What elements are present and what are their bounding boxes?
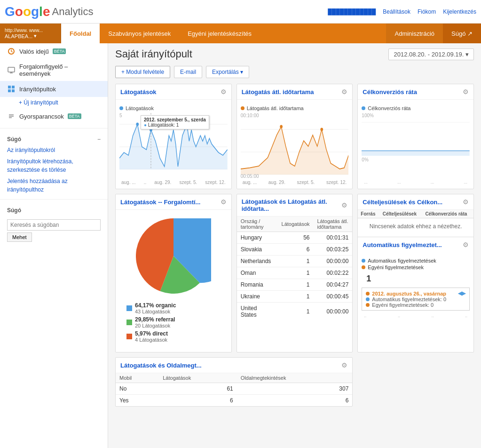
sidebar-help-section: Súgó − <box>0 132 108 144</box>
user-bar: ████████████ <box>328 8 376 15</box>
country-cell: United States <box>237 303 278 321</box>
auto-alerts-nav-icon[interactable]: ◀▶ <box>458 290 465 296</box>
nav-help[interactable]: Súgó ↗ <box>443 24 481 43</box>
logout-link[interactable]: Kijelentkezés <box>443 8 476 15</box>
mobile-table-gear[interactable]: ⚙ <box>341 361 347 369</box>
col-mobile-pageviews: Oldalmegtekintések <box>237 373 353 383</box>
page-header: Saját irányítópult 2012.08.20. - 2012.09… <box>115 48 474 60</box>
pie-legend-referral: 29,85% referral 20 Látogatások <box>126 316 221 328</box>
auto-alerts-gear[interactable]: ⚙ <box>463 241 469 248</box>
referral-label: 29,85% referral <box>135 316 175 323</box>
duration-x-0: aug. ... <box>243 180 257 185</box>
conversion-chart-area: 100% 0% <box>362 113 470 179</box>
duration-cell: 00:00:45 <box>314 291 353 303</box>
sidebar-item-dashboard[interactable]: Irányítópultok <box>0 81 108 97</box>
alert-x-3: .. <box>465 313 467 318</box>
gc-col-rate: Célkonverziós ráta <box>422 210 473 218</box>
goal-completion-gear[interactable]: ⚙ <box>463 198 469 206</box>
quicklinks-badge: BÉTA <box>68 113 81 119</box>
sidebar-help-link-3[interactable]: Jelentés hozzáadása az irányítópulthoz <box>0 176 108 195</box>
conversion-header: Célkonverziós ráta ⚙ <box>358 84 473 100</box>
visit-duration-gear-icon[interactable]: ⚙ <box>341 88 347 96</box>
goal-completion-table: Forrás Célteljesülések Célkonverziós rát… <box>358 210 473 218</box>
sidebar-realtime-label: Valós idejű <box>19 48 49 55</box>
visits-cell: 56 <box>278 232 314 244</box>
mobile-table: Mobil Látogatások Oldalmegtekintések No … <box>116 373 352 406</box>
visits-legend: Látogatások <box>119 104 228 113</box>
tooltip-date: 2012. szeptember 5., szerda <box>144 117 206 122</box>
table-row: Yes 6 6 <box>116 395 352 407</box>
visits-x-4: szept. 12. <box>205 180 225 185</box>
auto-alerts-legend-custom: Egyéni figyelmeztetések <box>362 264 470 270</box>
country-cell: Hungary <box>237 232 278 244</box>
sidebar-help-link-1[interactable]: Az irányítópultokról <box>0 144 108 156</box>
nav-standard-reports[interactable]: Szabványos jelentések <box>100 24 179 43</box>
email-button[interactable]: E-mail <box>174 66 202 78</box>
conversion-legend: Célkonverziós ráta <box>362 104 470 113</box>
add-module-button[interactable]: + Modul felvétele <box>115 66 170 78</box>
direct-sub: 4 Látogatások <box>135 337 168 343</box>
duration-x-3: szept. 12. <box>326 180 347 185</box>
svg-point-17 <box>320 128 323 131</box>
quicklinks-icon <box>7 112 16 120</box>
account-link[interactable]: Fiókom <box>418 8 436 15</box>
visits-x-3: szept. 5. <box>179 180 197 185</box>
visits-chart-area: 5 <box>119 113 228 179</box>
pie-legend-organic: 64,17% organic 43 Látogatások <box>126 302 221 314</box>
sidebar-item-quicklinks[interactable]: Gyorsparancsok BÉTA <box>0 108 108 124</box>
conversion-gear-icon[interactable]: ⚙ <box>463 88 469 96</box>
duration-x-2: szept. 5. <box>297 180 315 185</box>
visits-duration-table-title: Látogatások és Látogatás átl. időtarta..… <box>242 198 342 212</box>
sidebar-item-realtime[interactable]: Valós idejű BÉTA <box>0 43 108 59</box>
search-input[interactable] <box>7 219 101 231</box>
search-button[interactable]: Mehet <box>7 232 32 242</box>
svg-rect-2 <box>8 86 11 88</box>
date-range-picker[interactable]: 2012.08.20. - 2012.09.19. ▾ <box>388 48 474 60</box>
mobile-table-widget: Látogatások és Oldalmegt... ⚙ Mobil Láto… <box>115 357 353 407</box>
duration-chart-area: 00:10:00 00:05:00 <box>241 113 349 179</box>
nav-custom-reports[interactable]: Egyéni jelentéskészítés <box>179 24 260 43</box>
auto-alerts-legend-auto: Automatikus figyelmeztetések <box>362 258 470 264</box>
custom-dot <box>362 265 365 269</box>
visits-cell: 1 <box>278 256 314 267</box>
traffic-source-gear-icon[interactable]: ⚙ <box>221 198 227 206</box>
realtime-badge: BÉTA <box>53 48 66 54</box>
sidebar-help-link-2[interactable]: Irányítópultok létrehozása, szerkesztése… <box>0 156 108 176</box>
page-title: Saját irányítópult <box>115 48 192 60</box>
conversion-chart <box>362 118 470 156</box>
help-collapse-icon[interactable]: − <box>97 136 101 143</box>
duration-legend-label: Látogatás átl. időtartama <box>247 105 304 111</box>
svg-rect-5 <box>12 89 15 92</box>
visits-gear-icon[interactable]: ⚙ <box>221 88 227 96</box>
settings-link[interactable]: Beállítások <box>383 8 410 15</box>
visits-body: Látogatások 5 <box>116 100 231 189</box>
analytics-text: Analytics <box>52 6 93 18</box>
visits-tooltip: 2012. szeptember 5., szerda ● Látogatáso… <box>141 115 209 129</box>
duration-cell: 00:00:00 <box>314 256 353 267</box>
country-cell: Romania <box>237 279 278 291</box>
traffic-source-header: Látogatások -- Forgalomtí... ⚙ <box>116 194 231 210</box>
site-selector[interactable]: http://www. www... ALAPBEA... ▾ <box>0 24 61 43</box>
goal-completion-widget: Célteljesülések és Célkon... ⚙ Forrás Cé… <box>357 194 474 352</box>
tooltip-auto-dot <box>366 297 370 301</box>
table-row: Ukraine 1 00:00:45 <box>237 291 353 303</box>
duration-cell: 00:03:25 <box>314 244 353 256</box>
tooltip-val: ● Látogatások: 1 <box>144 122 206 128</box>
export-button[interactable]: Exportálás ▾ <box>206 66 249 78</box>
sidebar-new-dashboard[interactable]: + Új irányítópult <box>0 97 108 108</box>
tooltip-custom-dot <box>366 303 370 307</box>
mobile-visits-cell: 61 <box>159 383 237 395</box>
direct-label: 5,97% direct <box>135 330 168 337</box>
tooltip-bullet: ● <box>144 122 147 128</box>
table-row: Oman 1 00:02:22 <box>237 267 353 279</box>
sidebar-item-monitor[interactable]: Forgalomfigyelő – események <box>0 59 108 81</box>
nav-admin[interactable]: Adminisztráció <box>386 24 443 43</box>
auto-alerts-tooltip-date: 2012. augusztus 26., vasárnap <box>372 291 446 296</box>
visits-cell: 1 <box>278 267 314 279</box>
visits-legend-dot <box>119 106 123 110</box>
visits-duration-table-gear[interactable]: ⚙ <box>341 201 347 209</box>
visit-duration-header: Látogatás átl. időtartama ⚙ <box>237 84 353 100</box>
pie-chart <box>136 218 211 294</box>
nav-home[interactable]: Főoldal <box>61 24 100 43</box>
conversion-legend-dot <box>362 106 365 110</box>
